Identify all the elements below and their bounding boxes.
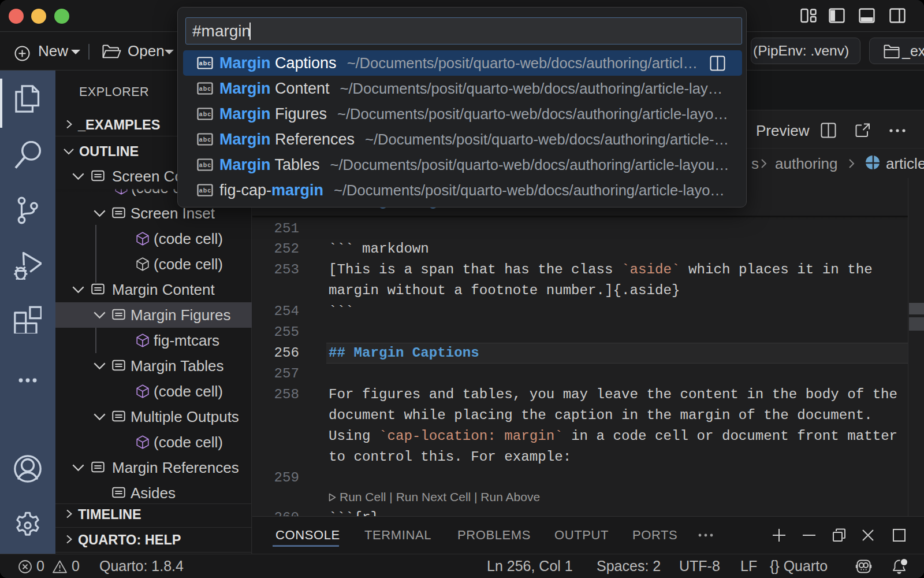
svg-text:abc: abc — [199, 85, 212, 92]
svg-text:abc: abc — [199, 136, 212, 143]
svg-text:abc: abc — [199, 161, 212, 168]
svg-text:abc: abc — [199, 187, 212, 194]
svg-text:abc: abc — [199, 110, 212, 117]
svg-text:abc: abc — [199, 60, 212, 66]
